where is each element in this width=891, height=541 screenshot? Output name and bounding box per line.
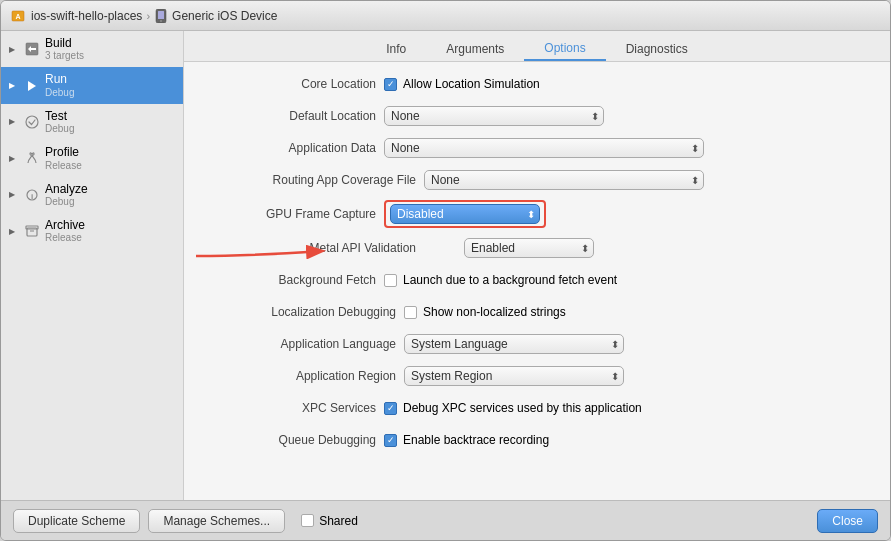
metal-api-dropdown[interactable]: Enabled ⬍ [464, 238, 594, 258]
dropdown-arrow-icon: ⬍ [591, 111, 599, 122]
tab-arguments[interactable]: Arguments [426, 37, 524, 61]
background-fetch-row: Background Fetch Launch due to a backgro… [204, 268, 870, 292]
background-fetch-desc: Launch due to a background fetch event [403, 273, 617, 287]
run-label: Run [45, 72, 74, 86]
app-language-dropdown[interactable]: System Language ⬍ [404, 334, 624, 354]
close-button[interactable]: Close [817, 509, 878, 533]
expand-arrow-analyze: ▶ [9, 190, 19, 199]
analyze-sub: Debug [45, 196, 88, 208]
test-icon [24, 114, 40, 130]
app-region-row: Application Region System Region ⬍ [204, 364, 870, 388]
metal-api-label: Metal API Validation [204, 241, 424, 255]
metal-api-row: Metal API Validation Enabled ⬍ [204, 236, 870, 260]
routing-coverage-dropdown[interactable]: None ⬍ [424, 170, 704, 190]
allow-location-checkbox[interactable] [384, 78, 397, 91]
tab-info[interactable]: Info [366, 37, 426, 61]
duplicate-scheme-button[interactable]: Duplicate Scheme [13, 509, 140, 533]
project-icon: A [11, 9, 25, 23]
localization-desc: Show non-localized strings [423, 305, 566, 319]
gpu-frame-capture-highlight: Disabled ⬍ [384, 200, 546, 228]
svg-rect-3 [158, 11, 164, 19]
sidebar-item-test[interactable]: ▶ Test Debug [1, 104, 183, 140]
gpu-frame-capture-row: GPU Frame Capture Disabled ⬍ [204, 200, 870, 228]
application-data-label: Application Data [204, 141, 384, 155]
run-sub: Debug [45, 87, 74, 99]
xpc-services-row: XPC Services Debug XPC services used by … [204, 396, 870, 420]
content-panel: Info Arguments Options Diagnostics Core … [184, 31, 890, 500]
app-language-label: Application Language [204, 337, 404, 351]
localization-checkbox[interactable] [404, 306, 417, 319]
app-region-dropdown[interactable]: System Region ⬍ [404, 366, 624, 386]
tab-options[interactable]: Options [524, 37, 605, 61]
svg-marker-6 [28, 81, 36, 91]
core-location-label: Core Location [204, 77, 384, 91]
manage-schemes-button[interactable]: Manage Schemes... [148, 509, 285, 533]
archive-icon [24, 223, 40, 239]
xpc-services-label: XPC Services [204, 401, 384, 415]
sidebar-item-archive[interactable]: ▶ Archive Release [1, 213, 183, 249]
routing-coverage-label: Routing App Coverage File [204, 173, 424, 187]
svg-point-7 [26, 116, 38, 128]
archive-sub: Release [45, 232, 85, 244]
analyze-icon: i [24, 187, 40, 203]
dropdown-arrow-region-icon: ⬍ [611, 371, 619, 382]
settings-area: Core Location Allow Location Simulation … [184, 62, 890, 500]
sidebar-item-build[interactable]: ▶ Build 3 targets [1, 31, 183, 67]
device-name[interactable]: Generic iOS Device [172, 9, 277, 23]
dropdown-arrow-appdata-icon: ⬍ [691, 143, 699, 154]
build-sub: 3 targets [45, 50, 84, 62]
app-region-label: Application Region [204, 369, 404, 383]
expand-arrow-run: ▶ [9, 81, 19, 90]
xpc-desc: Debug XPC services used by this applicat… [403, 401, 642, 415]
svg-point-4 [160, 20, 162, 22]
queue-debugging-label: Queue Debugging [204, 433, 384, 447]
breadcrumb: ios-swift-hello-places › Generic iOS Dev… [31, 9, 277, 23]
background-fetch-checkbox[interactable] [384, 274, 397, 287]
project-name[interactable]: ios-swift-hello-places [31, 9, 142, 23]
shared-label: Shared [319, 514, 358, 528]
run-icon [24, 78, 40, 94]
gpu-frame-capture-dropdown[interactable]: Disabled ⬍ [390, 204, 540, 224]
shared-option: Shared [301, 514, 358, 528]
archive-label: Archive [45, 218, 85, 232]
localization-label: Localization Debugging [204, 305, 404, 319]
xpc-checkbox[interactable] [384, 402, 397, 415]
sidebar-item-analyze[interactable]: ▶ i Analyze Debug [1, 177, 183, 213]
dropdown-arrow-metal-icon: ⬍ [581, 243, 589, 254]
dropdown-arrow-routing-icon: ⬍ [691, 175, 699, 186]
test-label: Test [45, 109, 74, 123]
build-icon [24, 41, 40, 57]
background-fetch-label: Background Fetch [204, 273, 384, 287]
app-language-row: Application Language System Language ⬍ [204, 332, 870, 356]
bottom-bar: Duplicate Scheme Manage Schemes... Share… [1, 500, 890, 540]
expand-arrow-archive: ▶ [9, 227, 19, 236]
analyze-label: Analyze [45, 182, 88, 196]
dropdown-arrow-lang-icon: ⬍ [611, 339, 619, 350]
breadcrumb-separator: › [146, 10, 150, 22]
svg-text:A: A [15, 13, 20, 20]
application-data-dropdown[interactable]: None ⬍ [384, 138, 704, 158]
queue-checkbox[interactable] [384, 434, 397, 447]
allow-location-label: Allow Location Simulation [403, 77, 540, 91]
expand-arrow-test: ▶ [9, 117, 19, 126]
queue-debugging-row: Queue Debugging Enable backtrace recordi… [204, 428, 870, 452]
sidebar-item-profile[interactable]: ▶ Profile Release [1, 140, 183, 176]
localization-row: Localization Debugging Show non-localize… [204, 300, 870, 324]
default-location-label: Default Location [204, 109, 384, 123]
gpu-frame-capture-label: GPU Frame Capture [204, 207, 384, 221]
test-sub: Debug [45, 123, 74, 135]
profile-label: Profile [45, 145, 82, 159]
shared-checkbox[interactable] [301, 514, 314, 527]
profile-icon [24, 150, 40, 166]
core-location-row: Core Location Allow Location Simulation [204, 72, 870, 96]
device-icon [154, 9, 168, 23]
svg-text:i: i [31, 191, 33, 200]
routing-coverage-row: Routing App Coverage File None ⬍ [204, 168, 870, 192]
sidebar: ▶ Build 3 targets ▶ Run Debug [1, 31, 184, 500]
sidebar-item-run[interactable]: ▶ Run Debug [1, 67, 183, 103]
default-location-dropdown[interactable]: None ⬍ [384, 106, 604, 126]
queue-desc: Enable backtrace recording [403, 433, 549, 447]
tab-bar: Info Arguments Options Diagnostics [184, 31, 890, 62]
expand-arrow-build: ▶ [9, 45, 19, 54]
tab-diagnostics[interactable]: Diagnostics [606, 37, 708, 61]
